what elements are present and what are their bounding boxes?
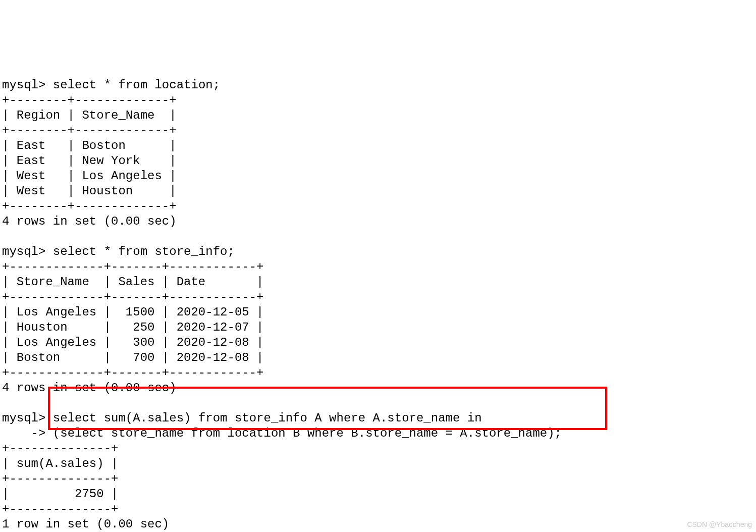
table1-header: | Region | Store_Name |: [2, 109, 177, 122]
table3-border: +--------------+: [2, 472, 118, 486]
mysql-terminal: mysql> select * from location; +--------…: [2, 63, 754, 532]
prompt: mysql>: [2, 78, 53, 92]
table3-footer: 1 row in set (0.00 sec): [2, 517, 169, 531]
table2-footer: 4 rows in set (0.00 sec): [2, 381, 177, 395]
table1-row: | West | Los Angeles |: [2, 169, 177, 183]
prompt: mysql>: [2, 411, 53, 425]
sql-query-3-line1: select sum(A.sales) from store_info A wh…: [53, 411, 482, 425]
table3-header: | sum(A.sales) |: [2, 457, 118, 470]
table2-row: | Los Angeles | 1500 | 2020-12-05 |: [2, 305, 263, 319]
prompt-continuation: ->: [2, 427, 53, 440]
sql-query-2: select * from store_info;: [53, 245, 235, 258]
table3-border: +--------------+: [2, 442, 118, 455]
sql-query-3-line2: (select store_name from location B where…: [53, 427, 562, 440]
table1-footer: 4 rows in set (0.00 sec): [2, 215, 177, 228]
table3-row: | 2750 |: [2, 487, 118, 501]
prompt: mysql>: [2, 245, 53, 258]
table1-row: | East | Boston |: [2, 139, 177, 152]
table1-border: +--------+-------------+: [2, 199, 177, 213]
table2-border: +-------------+-------+------------+: [2, 366, 263, 380]
table1-border: +--------+-------------+: [2, 124, 177, 137]
table1-border: +--------+-------------+: [2, 93, 177, 107]
table1-row: | East | New York |: [2, 154, 177, 168]
table2-row: | Los Angeles | 300 | 2020-12-08 |: [2, 336, 263, 349]
table2-header: | Store_Name | Sales | Date |: [2, 275, 263, 289]
table3-border: +--------------+: [2, 502, 118, 516]
table2-border: +-------------+-------+------------+: [2, 290, 263, 304]
table2-row: | Boston | 700 | 2020-12-08 |: [2, 351, 263, 364]
sql-query-1: select * from location;: [53, 78, 220, 92]
table1-row: | West | Houston |: [2, 184, 177, 198]
table2-border: +-------------+-------+------------+: [2, 260, 263, 274]
watermark: CSDN @Ybaocheng: [687, 520, 752, 529]
table2-row: | Houston | 250 | 2020-12-07 |: [2, 321, 263, 334]
